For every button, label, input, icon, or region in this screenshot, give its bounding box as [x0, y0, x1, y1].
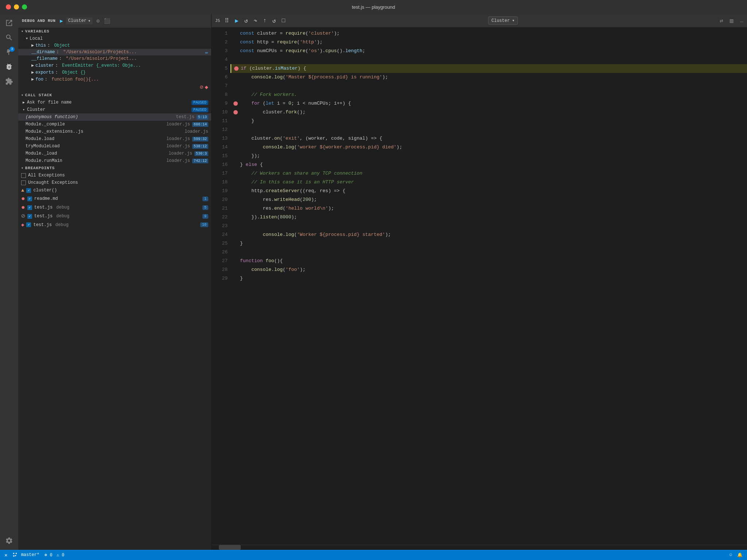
code-line-10[interactable]: cluster.fork(); [231, 108, 747, 117]
code-line-18[interactable]: // In this case it is an HTTP server [231, 178, 747, 187]
code-line-2[interactable]: const http = require('http'); [231, 38, 747, 47]
code-line-23[interactable] [231, 222, 747, 230]
var-dirname[interactable]: __dirname : "/Users/misolori/Projects...… [18, 49, 211, 55]
bp-testjs9-checkbox[interactable]: ✓ [27, 214, 32, 219]
debug-cluster-dropdown[interactable]: Cluster ▾ [488, 16, 518, 25]
maximize-button[interactable] [22, 4, 27, 9]
split-editor-icon[interactable]: ▥ [730, 17, 734, 24]
config-dropdown[interactable]: Cluster ▾ [66, 18, 93, 24]
code-line-13[interactable]: cluster.on('exit', (worker, code, signal… [231, 134, 747, 143]
settings-icon[interactable]: ⚙ [96, 17, 100, 25]
source-control-icon[interactable]: ⇄ [720, 17, 723, 24]
more-actions-icon[interactable]: … [740, 18, 743, 24]
debug-step-out-icon[interactable]: ↑ [262, 16, 268, 25]
debug-step-over-icon[interactable]: ↷ [253, 16, 259, 26]
code-line-6[interactable]: console.log('Master ${process.pid} is ru… [231, 73, 747, 82]
debug-reverse-icon[interactable]: ↺ [271, 16, 277, 26]
terminal-icon[interactable]: ⬛ [103, 17, 111, 25]
bp-testjs5-checkbox[interactable]: ✓ [27, 205, 32, 210]
activity-extensions[interactable] [3, 75, 15, 88]
code-line-26[interactable] [231, 248, 747, 257]
warning-triangle-icon: ⚠ [57, 553, 59, 558]
var-cluster[interactable]: ▶ cluster : EventEmitter {_events: Obje.… [18, 62, 211, 69]
code-line-3[interactable]: const numCPUs = require('os').cpus().len… [231, 47, 747, 55]
code-line-25[interactable]: } [231, 239, 747, 248]
token: = [271, 38, 274, 47]
close-button[interactable] [6, 4, 11, 9]
bp-all-exceptions[interactable]: All Exceptions [18, 172, 211, 179]
callstack-group-cluster[interactable]: ▾ Cluster PAUSED [18, 106, 211, 113]
var-exports[interactable]: ▶ exports : Object {} [18, 69, 211, 76]
variables-header[interactable]: ▾ VARIABLES [18, 28, 211, 35]
code-line-5[interactable]: if (cluster.isMaster) { [231, 64, 747, 73]
bp-testjs-10[interactable]: ◆ ✓ test.js debug 10 [18, 221, 211, 229]
var-foo[interactable]: ▶ foo : function foo(){... [18, 76, 211, 83]
editor-scrollbar[interactable] [212, 545, 747, 550]
bp-readme-checkbox[interactable]: ✓ [27, 197, 32, 201]
set-value-icon[interactable]: ✏ [205, 49, 208, 55]
activity-source-control[interactable]: 3 [3, 46, 15, 58]
callstack-group-ask[interactable]: ▶ Ask for file name PAUSED [18, 99, 211, 106]
code-line-11[interactable]: } [231, 117, 747, 125]
frame-load[interactable]: Module.load loader.js 599:32 [18, 135, 211, 143]
code-line-7[interactable] [231, 82, 747, 90]
debug-continue-icon[interactable]: ▶ [234, 16, 240, 26]
bp-all-exceptions-checkbox[interactable] [21, 173, 26, 178]
bp-cluster-fn[interactable]: ▲ ✓ cluster() [18, 186, 211, 194]
activity-settings[interactable] [3, 534, 15, 547]
bell-icon[interactable]: 🔔 [737, 552, 743, 558]
code-line-29[interactable]: } [231, 274, 747, 283]
code-content[interactable]: const cluster = require('cluster');const… [231, 28, 747, 545]
code-line-21[interactable]: res.end('hello world\n'); [231, 204, 747, 213]
activity-debug[interactable] [3, 61, 15, 73]
code-line-24[interactable]: console.log('Worker ${process.pid} start… [231, 230, 747, 239]
var-this[interactable]: ▶ this : Object [18, 42, 211, 49]
drag-icon[interactable]: ⠿ [224, 16, 230, 26]
code-line-17[interactable]: // Workers can share any TCP connection [231, 169, 747, 178]
debug-play-icon[interactable]: ▶ [60, 18, 63, 24]
debug-stop-icon[interactable]: □ [280, 16, 286, 25]
code-line-14[interactable]: console.log('worker ${worker.process.pid… [231, 143, 747, 152]
bp-cluster-checkbox[interactable]: ✓ [26, 188, 31, 193]
code-line-20[interactable]: res.writeHead(200); [231, 195, 747, 204]
debug-restart-icon[interactable]: ↺ [243, 16, 249, 26]
breakpoints-header[interactable]: ▾ BREAKPOINTS [18, 164, 211, 172]
bp-testjs9-count: 9 [202, 214, 208, 219]
token: ; [363, 47, 365, 55]
minimize-button[interactable] [14, 4, 19, 9]
code-line-28[interactable]: console.log('foo'); [231, 265, 747, 274]
bp-testjs-5[interactable]: ● ✓ test.js debug 5 [18, 203, 211, 212]
frame-extensions[interactable]: Module._extensions..js loader.js [18, 128, 211, 135]
code-line-4[interactable] [231, 55, 747, 64]
activity-explorer[interactable] [3, 17, 15, 29]
code-line-1[interactable]: const cluster = require('cluster'); [231, 29, 747, 38]
frame-anonymous[interactable]: (anonymous function) test.js 5:13 [18, 113, 211, 121]
var-filename[interactable]: __filename : "/Users/misolori/Project... [18, 55, 211, 62]
code-line-22[interactable]: }).listen(8000); [231, 213, 747, 222]
frame-trymodule[interactable]: tryModuleLoad loader.js 538:12 [18, 143, 211, 150]
code-line-12[interactable] [231, 125, 747, 134]
code-line-9[interactable]: for (let i = 0; i < numCPUs; i++) { [231, 99, 747, 108]
smiley-icon[interactable]: ☺ [729, 552, 732, 557]
bp-uncaught-checkbox[interactable] [21, 180, 26, 185]
status-errors[interactable]: ⊗ 0 ⚠ 0 [44, 552, 64, 558]
activity-search[interactable] [3, 31, 15, 44]
frame-runmain[interactable]: Module.runMain loader.js 742:12 [18, 157, 211, 164]
sidebar-scroll[interactable]: ▾ VARIABLES ▾ Local ▶ this : Object __ [18, 28, 211, 550]
code-line-16[interactable]: } else { [231, 160, 747, 169]
callstack-header[interactable]: ▾ CALL STACK [18, 92, 211, 99]
window-controls[interactable] [6, 4, 27, 9]
code-line-8[interactable]: // Fork workers. [231, 90, 747, 99]
code-line-15[interactable]: }); [231, 152, 747, 160]
scrollbar-thumb[interactable] [219, 545, 241, 550]
bp-testjs10-checkbox[interactable]: ✓ [26, 222, 31, 227]
bp-testjs-9[interactable]: ⊘ ✓ test.js debug 9 [18, 212, 211, 221]
bp-uncaught[interactable]: Uncaught Exceptions [18, 179, 211, 186]
status-branch[interactable]: master* [12, 552, 39, 557]
frame-module-load[interactable]: Module._load loader.js 530:3 [18, 150, 211, 157]
code-line-27[interactable]: function foo(){ [231, 257, 747, 265]
code-line-19[interactable]: http.createServer((req, res) => { [231, 187, 747, 195]
frame-compile[interactable]: Module._compile loader.js 686:14 [18, 121, 211, 128]
local-group[interactable]: ▾ Local [18, 35, 211, 42]
bp-readme[interactable]: ● ✓ readme.md 1 [18, 194, 211, 203]
